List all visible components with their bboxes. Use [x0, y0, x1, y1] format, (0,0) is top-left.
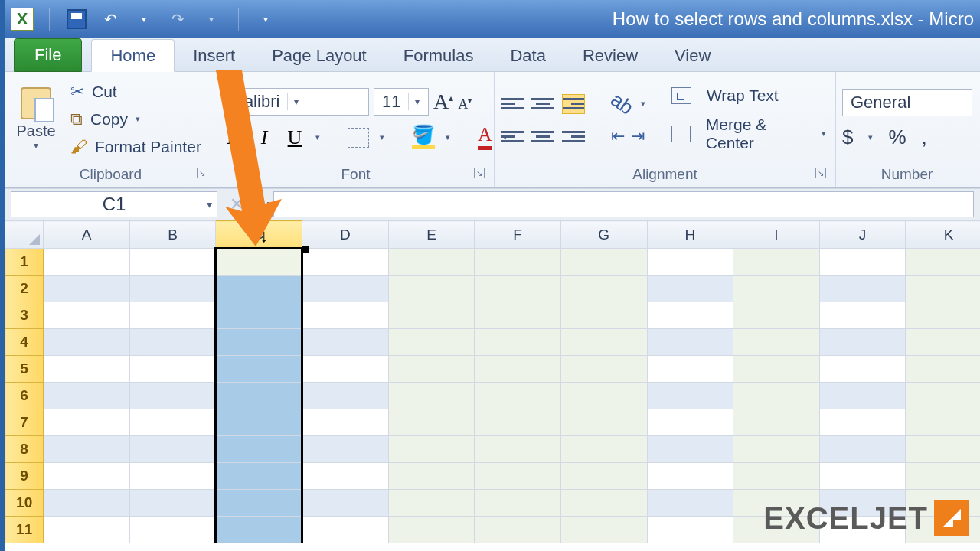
cell-J9[interactable] — [819, 463, 906, 490]
cell-I7[interactable] — [733, 409, 820, 436]
cell-G9[interactable] — [560, 463, 647, 490]
cell-K4[interactable] — [906, 329, 980, 356]
cell-B4[interactable] — [129, 329, 216, 356]
column-header-I[interactable]: I — [733, 221, 820, 249]
cell-C3[interactable] — [216, 302, 302, 329]
column-header-A[interactable]: A — [44, 221, 130, 249]
cell-F7[interactable] — [475, 409, 561, 436]
cell-J2[interactable] — [819, 276, 906, 302]
cell-J8[interactable] — [819, 436, 906, 463]
row-header-2[interactable]: 2 — [5, 276, 44, 302]
cell-E3[interactable] — [388, 302, 475, 329]
cell-C10[interactable] — [216, 490, 302, 517]
cell-H11[interactable] — [647, 517, 733, 543]
cell-D3[interactable] — [302, 302, 389, 329]
wrap-text-button[interactable]: Wrap Text — [668, 85, 829, 106]
redo-dropdown[interactable]: ▾ — [200, 8, 223, 31]
cell-C8[interactable] — [216, 436, 302, 463]
chevron-down-icon[interactable]: ▾ — [287, 93, 305, 110]
tab-data[interactable]: Data — [492, 40, 564, 71]
cell-D7[interactable] — [302, 409, 389, 436]
cell-B6[interactable] — [129, 383, 216, 409]
tab-insert[interactable]: Insert — [175, 40, 253, 71]
column-header-F[interactable]: F — [475, 221, 561, 249]
cell-F4[interactable] — [475, 329, 561, 356]
font-name-combo[interactable]: Calibri ▾ — [224, 88, 369, 116]
decrease-indent-button[interactable]: ⇤ — [611, 126, 625, 146]
underline-dropdown-icon[interactable]: ▾ — [315, 132, 320, 142]
cell-B11[interactable] — [129, 517, 216, 543]
align-center-button[interactable] — [531, 126, 554, 146]
cell-B8[interactable] — [129, 436, 216, 463]
cell-D4[interactable] — [302, 329, 389, 356]
borders-dropdown-icon[interactable]: ▾ — [380, 132, 384, 142]
cell-K6[interactable] — [906, 383, 980, 409]
paste-dropdown-icon[interactable]: ▾ — [34, 140, 38, 151]
cell-C5[interactable] — [216, 356, 302, 383]
cell-D11[interactable] — [302, 517, 389, 543]
cell-E8[interactable] — [388, 436, 475, 463]
cell-D6[interactable] — [302, 383, 389, 409]
decrease-font-size-button[interactable]: A▾ — [458, 96, 472, 112]
cell-C6[interactable] — [216, 383, 302, 409]
cell-J7[interactable] — [819, 409, 906, 436]
undo-dropdown[interactable]: ▾ — [132, 8, 155, 31]
cell-H3[interactable] — [647, 302, 733, 329]
formula-cancel-icon[interactable]: ✕ — [230, 194, 243, 214]
redo-button[interactable]: ↷ — [166, 8, 189, 31]
cell-G2[interactable] — [560, 276, 647, 302]
cell-E10[interactable] — [388, 490, 475, 517]
cell-J3[interactable] — [819, 302, 906, 329]
cell-D8[interactable] — [302, 436, 389, 463]
cell-H9[interactable] — [647, 463, 733, 490]
undo-button[interactable]: ↶ — [99, 8, 122, 31]
cell-G5[interactable] — [560, 356, 647, 383]
cell-A4[interactable] — [44, 329, 130, 356]
increase-font-size-button[interactable]: A▴ — [433, 90, 453, 114]
font-dialog-launcher[interactable]: ↘ — [474, 168, 485, 178]
font-color-button[interactable]: A — [478, 125, 492, 150]
cell-A10[interactable] — [44, 490, 130, 517]
cell-F3[interactable] — [475, 302, 561, 329]
row-header-8[interactable]: 8 — [5, 436, 44, 463]
column-header-G[interactable]: G — [560, 221, 647, 249]
cell-A11[interactable] — [44, 517, 130, 543]
name-box-dropdown-icon[interactable]: ▾ — [207, 198, 212, 210]
alignment-dialog-launcher[interactable]: ↘ — [815, 168, 826, 178]
cell-B2[interactable] — [129, 276, 216, 302]
tab-formulas[interactable]: Formulas — [385, 40, 492, 71]
cell-K9[interactable] — [906, 463, 980, 490]
cell-K8[interactable] — [906, 436, 980, 463]
format-painter-button[interactable]: 🖌 Format Painter — [67, 135, 204, 158]
cell-J5[interactable] — [819, 356, 906, 383]
tab-view[interactable]: View — [656, 40, 729, 71]
cell-G10[interactable] — [560, 490, 647, 517]
column-header-J[interactable]: J — [819, 221, 906, 249]
cell-F10[interactable] — [475, 490, 561, 517]
cell-I8[interactable] — [733, 436, 820, 463]
cell-E6[interactable] — [388, 383, 475, 409]
orientation-button[interactable]: ab — [606, 88, 638, 120]
number-format-combo[interactable]: General — [842, 89, 972, 116]
cell-G7[interactable] — [560, 409, 647, 436]
column-header-D[interactable]: D — [302, 221, 389, 249]
tab-file[interactable]: File — [14, 38, 82, 72]
row-header-9[interactable]: 9 — [5, 463, 44, 490]
cell-I6[interactable] — [733, 383, 820, 409]
cell-K3[interactable] — [906, 302, 980, 329]
cell-H6[interactable] — [647, 383, 733, 409]
cell-K5[interactable] — [906, 356, 980, 383]
cell-C2[interactable] — [216, 276, 302, 302]
fx-icon[interactable]: fx — [256, 194, 269, 215]
italic-button[interactable]: I — [254, 126, 274, 149]
merge-dropdown-icon[interactable]: ▾ — [822, 129, 826, 139]
cell-E2[interactable] — [388, 276, 475, 302]
row-header-11[interactable]: 11 — [5, 517, 44, 543]
cell-H5[interactable] — [647, 356, 733, 383]
row-header-7[interactable]: 7 — [5, 409, 44, 436]
cell-I2[interactable] — [733, 276, 820, 302]
cell-C11[interactable] — [216, 517, 302, 543]
cell-F1[interactable] — [475, 249, 561, 276]
cell-H7[interactable] — [647, 409, 733, 436]
cell-E5[interactable] — [388, 356, 475, 383]
